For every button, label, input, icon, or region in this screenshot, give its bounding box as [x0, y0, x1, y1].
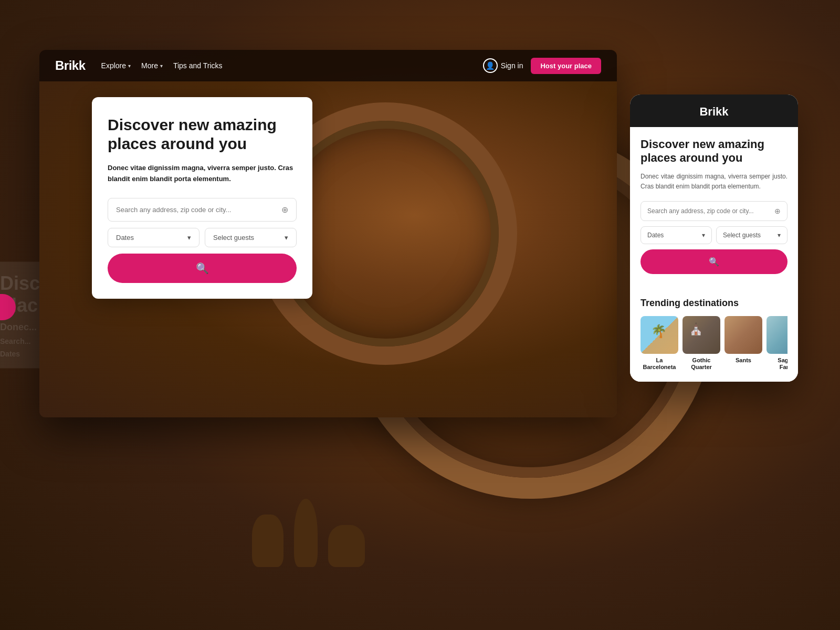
mobile-guests-select[interactable]: Select guests ▾ [716, 226, 788, 244]
barceloneta-image [640, 316, 678, 354]
mobile-guests-arrow: ▾ [778, 232, 781, 239]
explore-chevron: ▾ [128, 63, 131, 69]
mobile-dates-select[interactable]: Dates ▾ [640, 226, 712, 244]
gothic-image [682, 316, 720, 354]
search-card: Discover new amazing places around you D… [92, 97, 312, 299]
trending-item-barceloneta[interactable]: LaBarceloneta [640, 316, 678, 371]
trending-item-gothic[interactable]: GothicQuarter [682, 316, 720, 371]
nav-tips[interactable]: Tips and Tricks [173, 61, 223, 70]
dates-arrow: ▾ [187, 234, 191, 242]
mobile-search-button[interactable]: 🔍 [640, 249, 788, 274]
trending-item-sagrada[interactable]: Sag...Fam [766, 316, 788, 371]
search-icon: 🔍 [196, 262, 209, 275]
sagrada-label: Sag...Fam [766, 357, 788, 371]
mobile-hero-title: Discover new amazing places around you [640, 138, 788, 165]
trending-img-sagrada [766, 316, 788, 354]
host-button[interactable]: Host your place [531, 58, 601, 74]
nav-more[interactable]: More ▾ [141, 61, 163, 70]
navbar: Brikk Explore ▾ More ▾ Tips and Tricks 👤… [39, 50, 617, 81]
address-input[interactable] [116, 206, 281, 214]
sign-in-button[interactable]: 👤 Sign in [483, 58, 523, 73]
mobile-hero-description: Donec vitae dignissim magna, viverra sem… [640, 172, 788, 192]
trending-grid: LaBarceloneta GothicQuarter Sants Sag...… [640, 316, 788, 371]
mobile-header: Brikk [630, 94, 798, 127]
mobile-address-input-wrap: ⊕ [640, 201, 788, 221]
dates-select[interactable]: Dates ▾ [108, 228, 200, 247]
nav-explore[interactable]: Explore ▾ [101, 61, 131, 70]
more-chevron: ▾ [160, 63, 163, 69]
user-icon: 👤 [483, 58, 498, 73]
mobile-location-icon: ⊕ [774, 207, 781, 215]
trending-title: Trending destinations [640, 298, 788, 309]
hero-description: Donec vitae dignissim magna, viverra sem… [108, 163, 297, 185]
barceloneta-label: LaBarceloneta [640, 357, 678, 371]
sants-image [724, 316, 762, 354]
location-icon: ⊕ [281, 205, 288, 215]
sants-label: Sants [724, 357, 762, 364]
trending-item-sants[interactable]: Sants [724, 316, 762, 371]
browser-window: Brikk Explore ▾ More ▾ Tips and Tricks 👤… [39, 50, 617, 417]
address-input-wrap: ⊕ [108, 198, 297, 222]
mobile-search-icon: 🔍 [709, 257, 719, 267]
mobile-logo: Brikk [640, 105, 788, 119]
trending-img-sants [724, 316, 762, 354]
background-bottles [252, 499, 365, 567]
sagrada-image [766, 316, 788, 354]
trending-img-barceloneta [640, 316, 678, 354]
date-guest-row: Dates ▾ Select guests ▾ [108, 228, 297, 247]
nav-logo: Brikk [55, 58, 86, 73]
mobile-address-input[interactable] [647, 207, 774, 215]
guests-arrow: ▾ [285, 234, 288, 242]
mobile-content: Discover new amazing places around you D… [630, 127, 798, 287]
nav-right: 👤 Sign in Host your place [483, 58, 601, 74]
mobile-dates-arrow: ▾ [702, 232, 705, 239]
hero-title: Discover new amazing places around you [108, 116, 297, 153]
mobile-phone: Brikk Discover new amazing places around… [630, 94, 798, 382]
gothic-label: GothicQuarter [682, 357, 720, 371]
nav-links: Explore ▾ More ▾ Tips and Tricks [101, 61, 467, 70]
search-button[interactable]: 🔍 [108, 254, 297, 283]
trending-section: Trending destinations LaBarceloneta Goth… [630, 287, 798, 381]
mobile-date-row: Dates ▾ Select guests ▾ [640, 226, 788, 244]
trending-img-gothic [682, 316, 720, 354]
guests-select[interactable]: Select guests ▾ [205, 228, 297, 247]
